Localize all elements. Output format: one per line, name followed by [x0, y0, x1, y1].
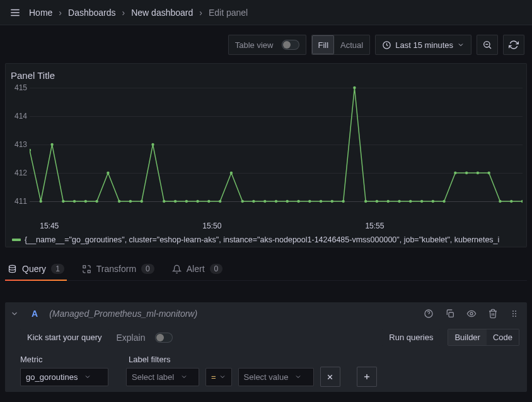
- breadcrumb-dashboards[interactable]: Dashboards: [67, 5, 117, 20]
- panel-toolbar: Table view Fill Actual Last 15 minutes: [0, 25, 532, 63]
- tab-query[interactable]: Query 1: [5, 259, 67, 280]
- svg-point-7: [30, 149, 31, 151]
- table-view-switch[interactable]: [282, 40, 299, 50]
- query-help-button[interactable]: [421, 306, 436, 321]
- explain-toggle[interactable]: Explain: [117, 333, 173, 343]
- metric-select[interactable]: go_goroutines: [20, 368, 108, 386]
- breadcrumb-new-dashboard[interactable]: New dashboard: [130, 5, 194, 20]
- explain-label: Explain: [117, 333, 146, 343]
- y-tick-label: 413: [14, 140, 27, 149]
- svg-point-24: [219, 200, 221, 203]
- chevron-down-icon: [294, 373, 302, 381]
- label-name-placeholder: Select label: [132, 372, 174, 382]
- table-view-toggle-group: Table view: [228, 35, 307, 55]
- actual-button[interactable]: Actual: [334, 35, 369, 54]
- label-name-select[interactable]: Select label: [126, 368, 199, 386]
- plot-area[interactable]: [30, 85, 523, 204]
- chevron-down-icon: [84, 373, 91, 381]
- svg-point-28: [263, 200, 266, 203]
- x-axis: 15:4515:5015:55: [30, 222, 523, 232]
- svg-point-19: [163, 200, 165, 203]
- chevron-down-icon: [180, 373, 188, 381]
- code-mode-button[interactable]: Code: [487, 329, 519, 345]
- drag-query-handle[interactable]: [507, 306, 522, 321]
- fill-actual-segment: Fill Actual: [311, 35, 370, 55]
- bell-icon: [172, 264, 182, 274]
- tab-transform-count: 0: [141, 264, 154, 274]
- svg-point-62: [515, 313, 516, 314]
- chevron-down-icon: [457, 41, 465, 49]
- svg-point-60: [515, 310, 516, 312]
- explain-switch[interactable]: [155, 333, 173, 343]
- zoom-out-button[interactable]: [477, 35, 498, 55]
- refresh-button[interactable]: [503, 35, 524, 55]
- svg-point-52: [9, 265, 16, 268]
- menu-toggle-button[interactable]: [5, 3, 25, 23]
- delete-query-button[interactable]: [485, 306, 500, 321]
- svg-point-40: [398, 200, 400, 203]
- svg-point-59: [512, 310, 514, 312]
- svg-point-36: [353, 86, 356, 89]
- builder-mode-button[interactable]: Builder: [448, 329, 486, 345]
- collapse-query-button[interactable]: [10, 309, 20, 318]
- add-label-filter-button[interactable]: [357, 367, 377, 387]
- y-tick-label: 411: [14, 197, 27, 206]
- tab-alert[interactable]: Alert 0: [170, 259, 225, 280]
- breadcrumb-sep-icon: ›: [120, 8, 128, 18]
- breadcrumb-sep-icon: ›: [197, 8, 205, 18]
- panel-title: Panel Title: [9, 69, 523, 85]
- svg-point-58: [470, 312, 473, 315]
- svg-point-46: [465, 172, 468, 174]
- svg-point-47: [477, 172, 479, 174]
- time-range-picker[interactable]: Last 15 minutes: [375, 35, 471, 55]
- breadcrumb-home[interactable]: Home: [28, 5, 54, 20]
- kick-start-button[interactable]: Kick start your query: [20, 329, 109, 346]
- fill-button[interactable]: Fill: [312, 35, 334, 54]
- run-queries-button[interactable]: Run queries: [382, 329, 440, 346]
- svg-rect-54: [88, 270, 90, 273]
- svg-point-29: [275, 200, 277, 203]
- remove-label-filter-button[interactable]: [320, 367, 340, 387]
- duplicate-query-button[interactable]: [442, 306, 458, 321]
- svg-rect-57: [449, 312, 453, 317]
- y-tick-label: 412: [14, 168, 27, 177]
- svg-point-51: [521, 200, 523, 203]
- close-icon: [326, 373, 334, 381]
- svg-point-50: [510, 200, 512, 203]
- y-tick-label: 414: [14, 112, 27, 121]
- toggle-visibility-button[interactable]: [464, 306, 479, 321]
- operator-value: =: [211, 372, 216, 382]
- query-section-tabs: Query 1 Transform 0 Alert 0: [5, 259, 527, 281]
- help-icon: [424, 309, 434, 319]
- svg-line-5: [489, 47, 491, 49]
- x-tick-label: 15:50: [202, 222, 221, 230]
- label-value-select[interactable]: Select value: [238, 368, 314, 386]
- label-operator-select[interactable]: =: [205, 368, 232, 386]
- tab-transform[interactable]: Transform 0: [79, 259, 157, 280]
- svg-point-30: [286, 200, 289, 203]
- metric-header: Metric: [20, 355, 108, 364]
- svg-point-20: [174, 200, 176, 203]
- svg-point-18: [151, 143, 154, 146]
- svg-point-27: [252, 200, 255, 203]
- svg-point-21: [185, 200, 188, 203]
- clock-icon: [382, 40, 391, 50]
- breadcrumb-sep-icon: ›: [56, 8, 64, 18]
- trash-icon: [488, 309, 498, 319]
- svg-point-8: [40, 200, 42, 203]
- chart-area[interactable]: 411412413414415: [9, 85, 523, 222]
- svg-point-63: [512, 316, 514, 317]
- tab-query-count: 1: [51, 264, 64, 274]
- builder-controls-row: go_goroutines Select label = Select valu…: [20, 367, 519, 387]
- hamburger-icon: [9, 7, 21, 18]
- svg-point-42: [420, 200, 423, 203]
- svg-point-23: [207, 200, 210, 203]
- chart-legend[interactable]: {__name__="go_goroutines", cluster="esho…: [9, 235, 523, 244]
- svg-point-26: [241, 200, 243, 203]
- query-ref-id[interactable]: A: [26, 309, 43, 319]
- table-view-label-button[interactable]: Table view: [229, 35, 306, 54]
- table-view-label: Table view: [235, 40, 274, 50]
- database-icon: [8, 264, 17, 274]
- plus-icon: [362, 372, 371, 381]
- svg-point-9: [50, 143, 53, 146]
